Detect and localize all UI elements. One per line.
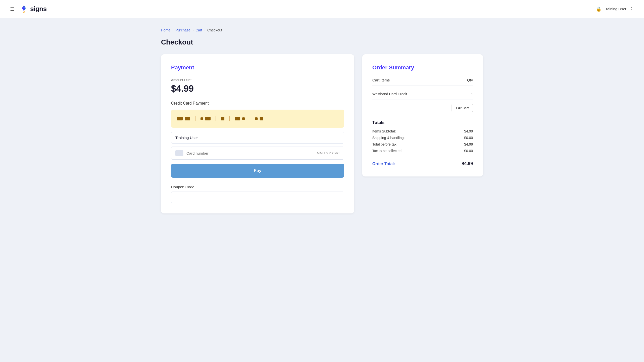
hamburger-icon[interactable]: ☰	[10, 6, 15, 12]
amount-value: $4.99	[171, 83, 344, 94]
card-block-5	[221, 117, 224, 120]
card-block-4	[205, 117, 211, 120]
card-stripe-sep-1	[195, 116, 195, 121]
breadcrumb: Home › Purchase › Cart › Checkout	[161, 28, 483, 32]
card-expiry-cvc-label: MM / YY CVC	[317, 151, 340, 155]
totals-section: Totals Items Subtotal: $4.99 Shipping & …	[372, 120, 473, 166]
user-name: Training User	[604, 7, 626, 11]
card-block-1	[177, 117, 183, 120]
before-tax-value: $4.99	[464, 142, 473, 146]
card-number-input[interactable]	[186, 151, 314, 155]
card-stripe-blocks-2	[200, 117, 211, 120]
card-stripe-blocks-5	[255, 117, 263, 120]
totals-title: Totals	[372, 120, 473, 125]
card-type-icon	[175, 150, 183, 156]
breadcrumb-cart[interactable]: Cart	[195, 28, 202, 32]
card-stripe-blocks-3	[221, 117, 224, 120]
totals-divider	[372, 157, 473, 157]
card-block-3	[200, 117, 203, 120]
more-options-icon[interactable]: ⋮	[629, 6, 634, 12]
amount-label: Amount Due:	[171, 78, 344, 82]
main-content: Home › Purchase › Cart › Checkout Checko…	[146, 18, 498, 223]
order-total-row: Order Total: $4.99	[372, 161, 473, 166]
before-tax-row: Total before tax: $4.99	[372, 142, 473, 146]
card-block-6	[235, 117, 240, 120]
cart-items-list: Wristband Card Credit 1	[372, 88, 473, 100]
cart-items-header: Cart Items Qty	[372, 78, 473, 85]
header-left: ☰ signs	[10, 4, 47, 14]
items-subtotal-value: $4.99	[464, 129, 473, 133]
coupon-input[interactable]	[171, 192, 344, 203]
cart-qty-label: Qty	[467, 78, 473, 82]
before-tax-label: Total before tax:	[372, 142, 397, 146]
tax-label: Tax to be collected:	[372, 149, 403, 153]
shipping-label: Shipping & handling:	[372, 136, 405, 140]
order-total-label: Order Total:	[372, 162, 395, 166]
cart-items-label: Cart Items	[372, 78, 390, 82]
payment-panel: Payment Amount Due: $4.99 Credit Card Pa…	[161, 54, 354, 213]
card-block-8	[255, 117, 258, 120]
card-block-2	[185, 117, 190, 120]
header-right: 🔒 Training User ⋮	[596, 6, 634, 12]
cc-section-label: Credit Card Payment	[171, 101, 344, 106]
card-block-7	[242, 117, 245, 120]
card-stripe-blocks	[177, 117, 190, 120]
items-subtotal-row: Items Subtotal: $4.99	[372, 129, 473, 133]
edit-cart-button[interactable]: Edit Cart	[452, 104, 473, 112]
coupon-label: Coupon Code	[171, 185, 344, 189]
order-summary-title: Order Summary	[372, 64, 473, 71]
checkout-layout: Payment Amount Due: $4.99 Credit Card Pa…	[161, 54, 483, 213]
header: ☰ signs 🔒 Training User ⋮	[0, 0, 644, 18]
cardholder-name-input[interactable]: Training User	[171, 132, 344, 144]
breadcrumb-purchase[interactable]: Purchase	[176, 28, 190, 32]
page-title: Checkout	[161, 38, 483, 46]
logo-text: signs	[30, 5, 47, 13]
tax-row: Tax to be collected: $0.00	[372, 149, 473, 153]
card-number-row[interactable]: MM / YY CVC	[171, 147, 344, 160]
table-row: Wristband Card Credit 1	[372, 88, 473, 100]
items-subtotal-label: Items Subtotal:	[372, 129, 396, 133]
breadcrumb-sep-3: ›	[204, 28, 205, 32]
shipping-value: $0.00	[464, 136, 473, 140]
order-summary-panel: Order Summary Cart Items Qty Wristband C…	[362, 54, 483, 176]
shipping-row: Shipping & handling: $0.00	[372, 136, 473, 140]
cart-item-name: Wristband Card Credit	[372, 92, 407, 96]
card-block-9	[260, 117, 263, 120]
breadcrumb-sep-1: ›	[172, 28, 173, 32]
tax-value: $0.00	[464, 149, 473, 153]
card-stripe-sep-4	[250, 116, 250, 121]
logo: signs	[19, 4, 47, 14]
card-stripe-sep-3	[229, 116, 230, 121]
card-stripe-widget[interactable]	[171, 110, 344, 128]
cart-item-qty: 1	[471, 92, 473, 96]
lock-icon: 🔒	[596, 6, 601, 12]
breadcrumb-current: Checkout	[207, 28, 222, 32]
pay-button[interactable]: Pay	[171, 164, 344, 178]
breadcrumb-home[interactable]: Home	[161, 28, 170, 32]
logo-icon	[19, 4, 29, 14]
card-stripe-sep-2	[216, 116, 216, 121]
card-stripe-blocks-4	[235, 117, 245, 120]
order-total-value: $4.99	[462, 161, 473, 166]
payment-title: Payment	[171, 64, 344, 71]
breadcrumb-sep-2: ›	[192, 28, 193, 32]
